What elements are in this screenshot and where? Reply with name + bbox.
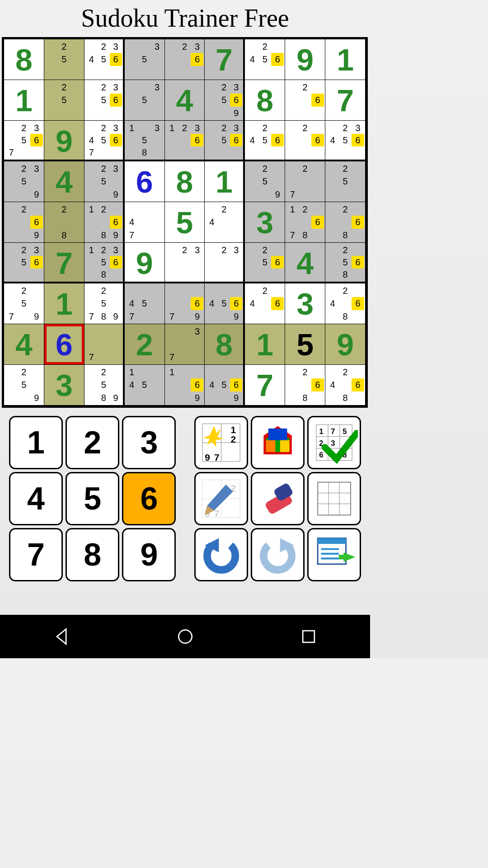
cell-r6-c0[interactable]: 2579 <box>4 283 44 324</box>
cell-r7-c2[interactable]: 7 <box>84 324 125 365</box>
cell-r0-c7[interactable]: 9 <box>285 39 325 80</box>
cell-r5-c3[interactable]: 9 <box>125 243 165 283</box>
cell-r4-c6[interactable]: 3 <box>245 202 285 243</box>
cell-r3-c6[interactable]: 259 <box>245 161 285 202</box>
cell-r1-c3[interactable]: 35 <box>125 80 165 121</box>
cell-r2-c2[interactable]: 234567 <box>84 121 125 161</box>
cell-r4-c5[interactable]: 24 <box>205 202 245 243</box>
cell-r6-c2[interactable]: 25789 <box>84 283 125 324</box>
cell-r1-c8[interactable]: 7 <box>325 80 366 121</box>
check-button[interactable]: 1752368 <box>307 416 361 469</box>
cell-r3-c3[interactable]: 6 <box>125 161 165 202</box>
cell-r5-c2[interactable]: 123568 <box>84 243 125 283</box>
cell-r2-c8[interactable]: 23456 <box>325 121 366 161</box>
cell-r8-c7[interactable]: 268 <box>285 365 325 406</box>
cell-r6-c6[interactable]: 246 <box>245 283 285 324</box>
cell-r3-c4[interactable]: 8 <box>165 161 205 202</box>
cell-r3-c0[interactable]: 2359 <box>4 161 44 202</box>
cell-r0-c0[interactable]: 8 <box>4 39 44 80</box>
cell-r1-c5[interactable]: 23569 <box>205 80 245 121</box>
num-6-button[interactable]: 6 <box>122 472 176 525</box>
cell-r2-c4[interactable]: 1236 <box>165 121 205 161</box>
cell-r6-c3[interactable]: 457 <box>125 283 165 324</box>
cell-r7-c3[interactable]: 2 <box>125 324 165 365</box>
cell-r1-c1[interactable]: 25 <box>44 80 84 121</box>
redo-button[interactable] <box>251 528 305 581</box>
cell-r2-c6[interactable]: 2456 <box>245 121 285 161</box>
cell-r6-c5[interactable]: 4569 <box>205 283 245 324</box>
num-3-button[interactable]: 3 <box>122 416 176 469</box>
num-9-button[interactable]: 9 <box>122 528 176 581</box>
menu-button[interactable] <box>307 528 361 581</box>
cell-r4-c8[interactable]: 268 <box>325 202 366 243</box>
cell-r7-c0[interactable]: 4 <box>4 324 44 365</box>
cell-r8-c1[interactable]: 3 <box>44 365 84 406</box>
cell-r5-c1[interactable]: 7 <box>44 243 84 283</box>
num-2-button[interactable]: 2 <box>66 416 119 469</box>
cell-r0-c8[interactable]: 1 <box>325 39 366 80</box>
cell-r4-c7[interactable]: 12678 <box>285 202 325 243</box>
undo-button[interactable] <box>194 528 248 581</box>
cell-r3-c7[interactable]: 27 <box>285 161 325 202</box>
cell-r8-c6[interactable]: 7 <box>245 365 285 406</box>
num-1-button[interactable]: 1 <box>9 416 63 469</box>
cell-r3-c1[interactable]: 4 <box>44 161 84 202</box>
cell-r4-c1[interactable]: 28 <box>44 202 84 243</box>
cell-r7-c6[interactable]: 1 <box>245 324 285 365</box>
pencil-button[interactable]: 297 <box>194 472 248 525</box>
cell-r2-c7[interactable]: 26 <box>285 121 325 161</box>
cell-r7-c1[interactable]: 6 <box>44 324 84 365</box>
num-7-button[interactable]: 7 <box>9 528 63 581</box>
num-8-button[interactable]: 8 <box>66 528 119 581</box>
cell-r5-c0[interactable]: 2356 <box>4 243 44 283</box>
back-icon[interactable] <box>52 627 72 646</box>
cell-r7-c7[interactable]: 5 <box>285 324 325 365</box>
erase-button[interactable] <box>251 472 305 525</box>
cell-r1-c6[interactable]: 8 <box>245 80 285 121</box>
num-5-button[interactable]: 5 <box>66 472 119 525</box>
cell-r1-c0[interactable]: 1 <box>4 80 44 121</box>
cell-r2-c5[interactable]: 2356 <box>205 121 245 161</box>
cell-r8-c8[interactable]: 2468 <box>325 365 366 406</box>
cell-r4-c2[interactable]: 12689 <box>84 202 125 243</box>
recent-icon[interactable] <box>299 627 319 646</box>
cell-r4-c4[interactable]: 5 <box>165 202 205 243</box>
cell-r4-c3[interactable]: 47 <box>125 202 165 243</box>
cell-r3-c5[interactable]: 1 <box>205 161 245 202</box>
cell-r6-c1[interactable]: 1 <box>44 283 84 324</box>
cell-r3-c8[interactable]: 25 <box>325 161 366 202</box>
cell-r1-c7[interactable]: 26 <box>285 80 325 121</box>
cell-r4-c0[interactable]: 269 <box>4 202 44 243</box>
cell-r0-c2[interactable]: 23456 <box>84 39 125 80</box>
cell-r8-c2[interactable]: 2589 <box>84 365 125 406</box>
cell-r7-c8[interactable]: 9 <box>325 324 366 365</box>
cell-r8-c3[interactable]: 145 <box>125 365 165 406</box>
cell-r2-c0[interactable]: 23567 <box>4 121 44 161</box>
clear-button[interactable] <box>307 472 361 525</box>
cell-r6-c7[interactable]: 3 <box>285 283 325 324</box>
cell-r7-c4[interactable]: 37 <box>165 324 205 365</box>
cell-r6-c4[interactable]: 679 <box>165 283 205 324</box>
cell-r5-c5[interactable]: 23 <box>205 243 245 283</box>
cell-r7-c5[interactable]: 8 <box>205 324 245 365</box>
solve-button[interactable] <box>251 416 305 469</box>
cell-r0-c1[interactable]: 25 <box>44 39 84 80</box>
cell-r0-c5[interactable]: 7 <box>205 39 245 80</box>
num-4-button[interactable]: 4 <box>9 472 63 525</box>
cell-r8-c5[interactable]: 4569 <box>205 365 245 406</box>
cell-r0-c6[interactable]: 2456 <box>245 39 285 80</box>
cell-r3-c2[interactable]: 2359 <box>84 161 125 202</box>
cell-r5-c8[interactable]: 2568 <box>325 243 366 283</box>
cell-r8-c4[interactable]: 169 <box>165 365 205 406</box>
cell-r5-c6[interactable]: 256 <box>245 243 285 283</box>
cell-r6-c8[interactable]: 2468 <box>325 283 366 324</box>
cell-r1-c4[interactable]: 4 <box>165 80 205 121</box>
cell-r0-c3[interactable]: 35 <box>125 39 165 80</box>
hint-button[interactable]: 1297 <box>194 416 248 469</box>
cell-r0-c4[interactable]: 236 <box>165 39 205 80</box>
cell-r8-c0[interactable]: 259 <box>4 365 44 406</box>
cell-r2-c3[interactable]: 1358 <box>125 121 165 161</box>
cell-r5-c7[interactable]: 4 <box>285 243 325 283</box>
cell-r2-c1[interactable]: 9 <box>44 121 84 161</box>
cell-r5-c4[interactable]: 23 <box>165 243 205 283</box>
